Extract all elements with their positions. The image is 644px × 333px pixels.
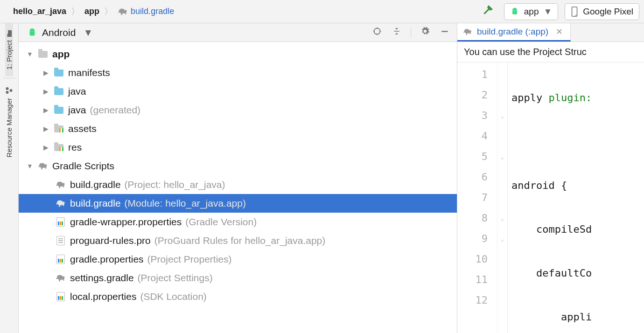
tree-node-java[interactable]: ▶ java — [19, 82, 457, 101]
editor-pane: build.gradle (:app) ✕ You can use the Pr… — [457, 23, 644, 333]
crumb-mid[interactable]: app — [84, 7, 99, 16]
fold-marker-icon[interactable]: ⌄ — [497, 208, 507, 229]
expand-arrow-icon[interactable]: ▼ — [26, 50, 34, 58]
expand-arrow-icon[interactable]: ▶ — [42, 106, 49, 114]
tool-tab-project[interactable]: 1: Project — [5, 23, 13, 76]
code-editor[interactable]: 1 2 3 4 5 6 7 8 9 10 11 12 ⌄ ⌄ ⌄ ⌄ — [457, 62, 644, 333]
editor-tabs: build.gradle (:app) ✕ — [457, 23, 644, 42]
tree-node-proguard-rules[interactable]: proguard-rules.pro (ProGuard Rules for h… — [19, 231, 457, 250]
gradle-icon — [55, 199, 66, 208]
svg-point-2 — [575, 14, 577, 16]
expand-arrow-icon[interactable]: ▼ — [26, 162, 34, 170]
properties-file-icon — [55, 217, 66, 227]
gradle-icon — [463, 28, 472, 36]
build-icon[interactable] — [482, 4, 494, 19]
gradle-icon — [37, 161, 49, 171]
code-lines[interactable]: apply plugin: android { compileSd defaul… — [508, 62, 644, 333]
expand-arrow-icon[interactable]: ▶ — [42, 88, 49, 95]
svg-rect-0 — [512, 10, 517, 14]
expand-arrow-icon[interactable]: ▶ — [42, 144, 49, 151]
device-label: Google Pixel — [583, 7, 633, 17]
svg-rect-8 — [441, 31, 448, 32]
tree-node-res[interactable]: ▶ res — [19, 138, 457, 157]
gradle-icon — [118, 7, 128, 16]
tree-node-gradle-wrapper-properties[interactable]: gradle-wrapper.properties (Gradle Versio… — [19, 213, 457, 231]
android-icon — [510, 7, 519, 17]
phone-icon — [571, 7, 578, 17]
android-icon — [27, 27, 37, 38]
properties-file-icon — [55, 255, 66, 264]
project-tree[interactable]: ▼ app ▶ manifests ▶ java ▶ java (generat… — [19, 42, 457, 333]
folder-icon — [53, 88, 64, 95]
svg-rect-6 — [30, 31, 35, 35]
svg-point-4 — [6, 88, 9, 90]
expand-arrow-icon[interactable]: ▶ — [42, 69, 49, 76]
generated-folder-icon — [53, 107, 64, 114]
minimize-icon[interactable] — [437, 27, 452, 38]
tree-node-gradle-scripts[interactable]: ▼ Gradle Scripts — [19, 157, 457, 175]
breadcrumb-bar: hello_ar_java 〉 app 〉 build.gradle app ▼… — [0, 0, 644, 23]
chevron-down-icon: ▼ — [83, 27, 93, 38]
project-header: Android ▼ — [19, 23, 457, 42]
tree-node-local-properties[interactable]: local.properties (SDK Location) — [19, 287, 457, 306]
crumb-root[interactable]: hello_ar_java — [13, 7, 66, 16]
tree-node-build-gradle-app[interactable]: build.gradle (Module: hello_ar_java.app) — [19, 194, 457, 213]
folder-icon — [53, 69, 64, 76]
close-icon[interactable]: ✕ — [553, 27, 563, 37]
gradle-icon — [55, 273, 66, 283]
tree-node-app[interactable]: ▼ app — [19, 45, 457, 63]
tool-tab-resource-manager[interactable]: Resource Manager — [5, 80, 13, 164]
project-pane: Android ▼ ▼ app — [19, 23, 457, 333]
folder-icon — [53, 125, 64, 132]
crumb-file[interactable]: build.gradle — [131, 7, 174, 16]
fold-marker-icon[interactable]: ⌄ — [497, 105, 507, 126]
chevron-right-icon: 〉 — [102, 6, 115, 18]
breadcrumb[interactable]: hello_ar_java 〉 app 〉 build.gradle — [13, 6, 174, 18]
folder-icon — [53, 144, 64, 151]
target-icon[interactable] — [370, 27, 385, 38]
run-config-selector[interactable]: app ▼ — [504, 3, 559, 20]
expand-arrow-icon[interactable]: ▶ — [42, 125, 49, 132]
device-selector[interactable]: Google Pixel — [565, 3, 639, 20]
folder-icon — [6, 29, 13, 37]
gear-icon[interactable] — [418, 27, 433, 38]
line-gutter: 1 2 3 4 5 6 7 8 9 10 11 12 — [457, 62, 497, 333]
collapse-all-icon[interactable] — [389, 27, 404, 38]
editor-banner[interactable]: You can use the Project Struc — [457, 42, 644, 62]
properties-file-icon — [55, 292, 66, 301]
tree-node-manifests[interactable]: ▶ manifests — [19, 63, 457, 82]
fold-marker-icon[interactable]: ⌄ — [497, 229, 507, 249]
chevron-right-icon: 〉 — [69, 6, 82, 18]
resource-manager-icon — [6, 87, 13, 95]
tree-node-java-generated[interactable]: ▶ java (generated) — [19, 101, 457, 119]
run-config-label: app — [524, 7, 539, 17]
svg-point-3 — [6, 91, 9, 94]
svg-point-7 — [374, 28, 380, 34]
gradle-icon — [55, 180, 66, 189]
chevron-down-icon: ▼ — [543, 7, 552, 17]
fold-column[interactable]: ⌄ ⌄ ⌄ ⌄ — [497, 62, 508, 333]
module-icon — [37, 51, 49, 58]
project-view-selector[interactable]: Android ▼ — [27, 27, 93, 38]
tree-node-settings-gradle[interactable]: settings.gradle (Project Settings) — [19, 269, 457, 287]
svg-point-5 — [10, 90, 13, 92]
tree-node-build-gradle-project[interactable]: build.gradle (Project: hello_ar_java) — [19, 175, 457, 194]
editor-tab-build-gradle-app[interactable]: build.gradle (:app) ✕ — [457, 23, 571, 42]
fold-marker-icon[interactable]: ⌄ — [497, 146, 507, 167]
left-tool-rail: 1: Project Resource Manager — [0, 23, 19, 333]
tree-node-gradle-properties[interactable]: gradle.properties (Project Properties) — [19, 250, 457, 269]
tree-node-assets[interactable]: ▶ assets — [19, 119, 457, 138]
text-file-icon — [55, 236, 66, 245]
